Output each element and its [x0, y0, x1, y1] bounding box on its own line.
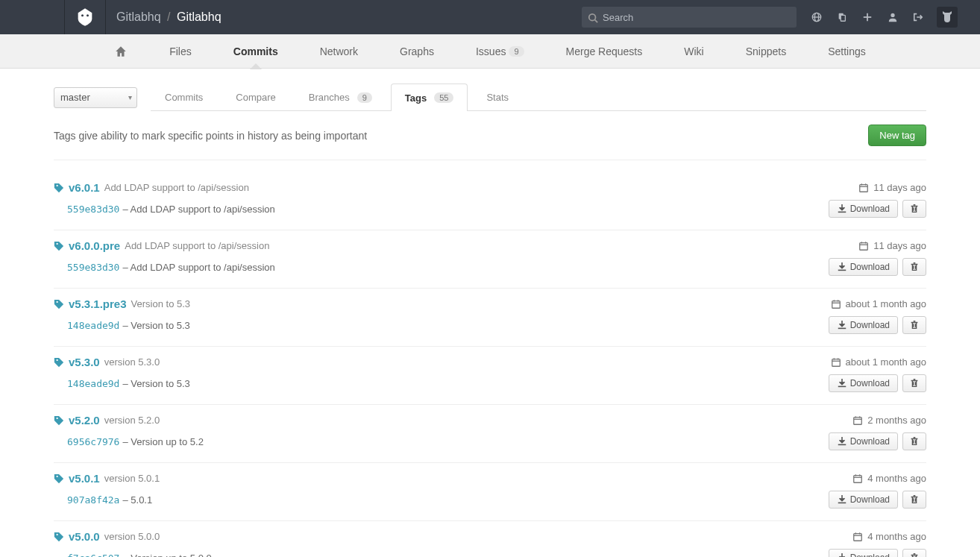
- copy-icon[interactable]: [829, 0, 855, 34]
- subtab-tags[interactable]: Tags55: [391, 84, 468, 111]
- commit-sha-link[interactable]: 148eade9d: [67, 320, 119, 331]
- issues-count: 9: [509, 46, 524, 57]
- subtab-stats[interactable]: Stats: [472, 84, 523, 110]
- download-button[interactable]: Download: [829, 316, 898, 334]
- trash-icon: [909, 204, 920, 214]
- tag-icon: [54, 356, 64, 368]
- commit-message: – Version to 5.3: [122, 320, 189, 331]
- tag-icon: [54, 182, 64, 194]
- svg-point-11: [891, 13, 894, 17]
- tag-row: v5.3.1.pre3 Version to 5.3 about 1 month…: [54, 293, 926, 347]
- tag-icon: [54, 415, 64, 427]
- delete-tag-button[interactable]: [902, 316, 926, 334]
- tag-message: Add LDAP support to /api/session: [104, 182, 249, 193]
- download-button[interactable]: Download: [829, 432, 898, 450]
- new-tag-button[interactable]: New tag: [868, 125, 926, 146]
- tag-name-link[interactable]: v5.0.1: [69, 472, 100, 485]
- delete-tag-button[interactable]: [902, 200, 926, 218]
- download-button[interactable]: Download: [829, 200, 898, 218]
- delete-tag-button[interactable]: [902, 258, 926, 276]
- commit-sha-link[interactable]: 148eade9d: [67, 378, 119, 389]
- delete-tag-button[interactable]: [902, 432, 926, 450]
- topbar: Gitlabhq / Gitlabhq: [0, 0, 980, 34]
- tag-time: about 1 month ago: [831, 298, 926, 309]
- delete-tag-button[interactable]: [902, 374, 926, 392]
- nav-wiki[interactable]: Wiki: [684, 34, 703, 69]
- commit-message: – Version up to 5.2: [122, 436, 203, 447]
- tag-row: v5.2.0 version 5.2.0 2 months ago 6956c7…: [54, 409, 926, 463]
- nav-files[interactable]: Files: [169, 34, 192, 69]
- main-container: master Commits Compare Branches9 Tags55 …: [54, 84, 926, 557]
- download-button[interactable]: Download: [829, 491, 898, 509]
- tag-icon: [54, 531, 64, 543]
- tags-header: Tags give ability to mark specific point…: [54, 125, 926, 160]
- download-button[interactable]: Download: [829, 549, 898, 557]
- tag-row: v6.0.1 Add LDAP support to /api/session …: [54, 177, 926, 230]
- svg-line-3: [595, 19, 598, 22]
- nav-snippets[interactable]: Snippets: [746, 34, 786, 69]
- logo[interactable]: [64, 0, 106, 34]
- tag-name-link[interactable]: v5.3.0: [69, 356, 100, 368]
- download-button[interactable]: Download: [829, 374, 898, 392]
- tag-message: version 5.0.0: [104, 531, 160, 542]
- breadcrumb: Gitlabhq / Gitlabhq: [116, 10, 222, 24]
- user-icon[interactable]: [880, 0, 905, 34]
- nav-commits[interactable]: Commits: [233, 34, 278, 69]
- commit-sha-link[interactable]: 907a8f42a: [67, 494, 119, 506]
- commit-sha-link[interactable]: 559e83d30: [67, 204, 119, 215]
- tag-row: v5.0.1 version 5.0.1 4 months ago 907a8f…: [54, 468, 926, 521]
- delete-tag-button[interactable]: [902, 491, 926, 509]
- nav-graphs[interactable]: Graphs: [400, 34, 434, 69]
- commit-sha-link[interactable]: f7ca6c507: [67, 553, 119, 558]
- tag-name-link[interactable]: v5.0.0: [69, 530, 100, 543]
- subtab-branches[interactable]: Branches9: [295, 84, 386, 110]
- calendar-icon: [852, 415, 863, 426]
- tag-time: about 1 month ago: [831, 356, 926, 368]
- calendar-icon: [831, 357, 841, 368]
- commit-message: – Version to 5.3: [122, 378, 189, 389]
- download-icon: [837, 436, 847, 447]
- breadcrumb-separator: /: [164, 10, 173, 23]
- tag-message: version 5.3.0: [104, 356, 160, 368]
- tag-icon: [54, 298, 64, 310]
- commit-message: – 5.0.1: [122, 494, 152, 506]
- subtabs: Commits Compare Branches9 Tags55 Stats: [151, 84, 926, 111]
- nav-merge-requests[interactable]: Merge Requests: [566, 34, 643, 69]
- download-icon: [837, 320, 847, 330]
- avatar[interactable]: [937, 7, 958, 28]
- branch-select[interactable]: master: [54, 87, 137, 108]
- trash-icon: [909, 553, 920, 557]
- tag-message: Version to 5.3: [131, 298, 191, 309]
- tag-name-link[interactable]: v6.0.0.pre: [69, 239, 120, 252]
- tag-row: v5.0.0 version 5.0.0 4 months ago f7ca6c…: [54, 526, 926, 557]
- tag-message: version 5.0.1: [104, 473, 160, 484]
- nav-issues[interactable]: Issues 9: [476, 34, 524, 69]
- svg-point-2: [589, 13, 596, 20]
- nav-network[interactable]: Network: [320, 34, 358, 69]
- plus-icon[interactable]: [855, 0, 880, 34]
- tags-description: Tags give ability to mark specific point…: [54, 130, 367, 142]
- download-icon: [837, 378, 847, 388]
- signout-icon[interactable]: [905, 0, 931, 34]
- svg-point-0: [81, 14, 84, 16]
- delete-tag-button[interactable]: [902, 549, 926, 557]
- tag-name-link[interactable]: v5.2.0: [69, 414, 100, 427]
- subtab-commits[interactable]: Commits: [151, 84, 217, 110]
- commit-message: – Add LDAP support to /api/session: [122, 204, 274, 215]
- tag-name-link[interactable]: v5.3.1.pre3: [69, 298, 127, 310]
- nav-settings[interactable]: Settings: [828, 34, 866, 69]
- search-input[interactable]: [582, 7, 797, 28]
- subtab-compare[interactable]: Compare: [222, 84, 289, 110]
- tag-name-link[interactable]: v6.0.1: [69, 181, 100, 194]
- commit-message: – Version up to 5.0.0: [122, 553, 211, 558]
- trash-icon: [909, 378, 920, 388]
- commit-sha-link[interactable]: 559e83d30: [67, 262, 119, 273]
- breadcrumb-group[interactable]: Gitlabhq: [116, 10, 161, 23]
- tag-message: Add LDAP support to /api/session: [125, 240, 269, 251]
- nav-home[interactable]: [114, 34, 128, 69]
- tag-icon: [54, 473, 64, 485]
- calendar-icon: [831, 299, 841, 309]
- commit-sha-link[interactable]: 6956c7976: [67, 436, 119, 447]
- download-button[interactable]: Download: [829, 258, 898, 276]
- public-icon[interactable]: [804, 0, 829, 34]
